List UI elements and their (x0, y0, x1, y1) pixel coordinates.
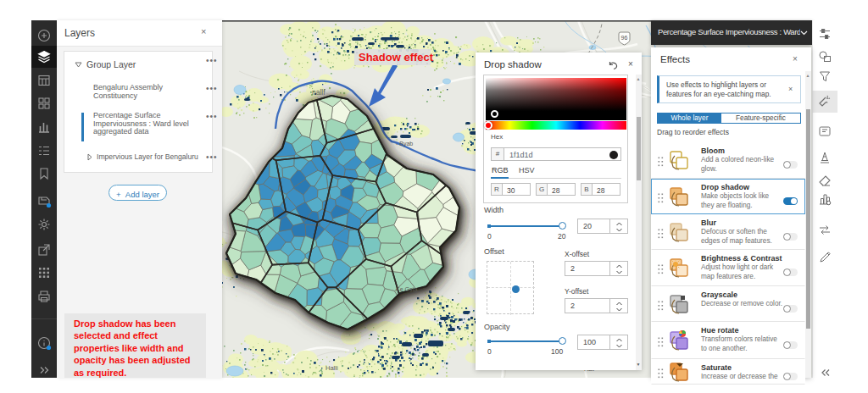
svg-text:96: 96 (621, 35, 628, 41)
svg-text:Halli: Halli (326, 364, 338, 372)
svg-text:- Byab: - Byab (396, 141, 413, 147)
svg-text:Ke Gsta: Ke Gsta (396, 286, 417, 292)
svg-text:nallf: nallf (312, 88, 326, 97)
